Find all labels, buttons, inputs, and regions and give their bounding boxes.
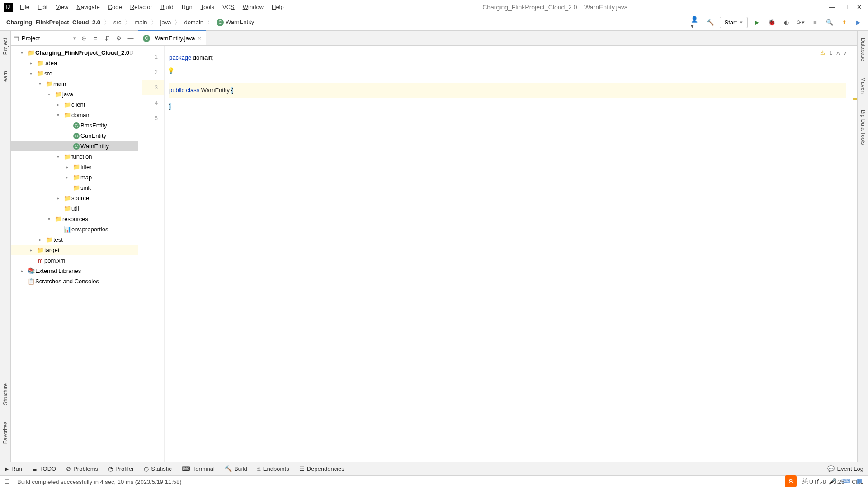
breadcrumb-root[interactable]: Charging_FlinkProject_Cloud_2.0 xyxy=(5,18,102,27)
ruler-warning-mark[interactable] xyxy=(853,98,857,100)
tree-item-resources[interactable]: ▾📁resources xyxy=(11,214,138,224)
menu-vcs[interactable]: VCS xyxy=(219,2,238,12)
hide-icon[interactable]: — xyxy=(126,33,135,42)
mic-icon[interactable]: 🎤 xyxy=(827,476,837,486)
bulb-icon[interactable]: 💡 xyxy=(167,67,175,74)
tool-project[interactable]: Project xyxy=(2,34,9,58)
menu-window[interactable]: Window xyxy=(239,2,267,12)
next-highlight-icon[interactable]: v xyxy=(844,49,847,56)
menu-refactor[interactable]: Refactor xyxy=(127,2,156,12)
coverage-icon[interactable]: ◐ xyxy=(781,18,791,28)
grid-icon[interactable]: ▦ xyxy=(854,476,864,486)
keyboard-icon[interactable]: ⌨ xyxy=(841,476,851,486)
close-icon[interactable]: ✕ xyxy=(857,4,862,10)
editor-body[interactable]: 1 2 3 4 5 💡 package domain; public class… xyxy=(138,46,857,462)
tree-item-domain[interactable]: ▾📁domain xyxy=(11,110,138,120)
breadcrumb-java[interactable]: java xyxy=(159,18,173,27)
profile-icon[interactable]: ⟳▾ xyxy=(796,18,806,28)
dropdown-icon[interactable]: ▾ xyxy=(73,35,76,42)
tree-item-client[interactable]: ▸📁client xyxy=(11,99,138,110)
tool-terminal[interactable]: ⌨Terminal xyxy=(182,465,215,472)
gear-icon[interactable]: ⚙ xyxy=(114,33,123,42)
menu-help[interactable]: Help xyxy=(268,2,288,12)
minimize-icon[interactable]: — xyxy=(829,4,835,10)
ime-icon[interactable]: S xyxy=(785,475,797,487)
collapse-icon[interactable]: ⇵ xyxy=(103,33,112,42)
menu-tools[interactable]: Tools xyxy=(197,2,218,12)
tool-run[interactable]: ▶Run xyxy=(5,465,22,472)
tree-item-main[interactable]: ▾📁main xyxy=(11,79,138,89)
tree-item--idea[interactable]: ▸📁.idea xyxy=(11,58,138,68)
tool-todo[interactable]: ≣TODO xyxy=(32,465,56,472)
debug-icon[interactable]: 🐞 xyxy=(767,18,777,28)
menu-code[interactable]: Code xyxy=(104,2,126,12)
tree-item-bmsentity[interactable]: CBmsEntity xyxy=(11,120,138,131)
tab-warnentity[interactable]: C WarnEntity.java × xyxy=(138,30,206,45)
breadcrumb-src[interactable]: src xyxy=(112,18,123,27)
tree-item-external-libraries[interactable]: ▸📚External Libraries xyxy=(11,266,138,276)
tree-item-gunentity[interactable]: CGunEntity xyxy=(11,131,138,141)
tool-profiler[interactable]: ◔Profiler xyxy=(108,465,134,472)
menu-edit[interactable]: Edit xyxy=(34,2,51,12)
menu-build[interactable]: Build xyxy=(157,2,177,12)
project-tree[interactable]: ▾📁Charging_FlinkProject_Cloud_2.0 D▸📁.id… xyxy=(11,46,138,462)
tree-item-scratches-and-consoles[interactable]: 📋Scratches and Consoles xyxy=(11,276,138,286)
tree-item-filter[interactable]: ▸📁filter xyxy=(11,162,138,172)
ime-lang[interactable]: 英 xyxy=(800,476,810,486)
tree-item-java[interactable]: ▾📁java xyxy=(11,89,138,99)
locate-icon[interactable]: ⊕ xyxy=(79,33,88,42)
tool-maven[interactable]: Maven xyxy=(860,74,866,97)
tool-database[interactable]: Database xyxy=(860,34,866,65)
code-content[interactable]: package domain; public class WarnEntity … xyxy=(165,46,851,134)
tool-endpoints[interactable]: ⎌Endpoints xyxy=(257,465,289,472)
tool-favorites[interactable]: Favorites xyxy=(2,418,9,447)
tree-item-target[interactable]: ▸📁target xyxy=(11,245,138,255)
tree-item-src[interactable]: ▾📁src xyxy=(11,68,138,79)
warning-icon[interactable]: ⚠ xyxy=(820,49,826,56)
tool-build[interactable]: 🔨Build xyxy=(225,465,247,472)
tree-item-sink[interactable]: 📁sink xyxy=(11,183,138,193)
run-icon[interactable]: ▶ xyxy=(752,18,762,28)
breadcrumb-main[interactable]: main xyxy=(132,18,149,27)
tab-label: WarnEntity.java xyxy=(155,35,195,42)
project-title: Project xyxy=(22,35,71,42)
title-bar: IJ File Edit View Navigate Code Refactor… xyxy=(0,0,868,14)
tree-item-charging-flinkproject-cloud-2-0[interactable]: ▾📁Charging_FlinkProject_Cloud_2.0 D xyxy=(11,47,138,58)
play-gradient-icon[interactable]: ▶ xyxy=(854,18,863,28)
tool-bigdata[interactable]: Big Data Tools xyxy=(860,106,866,148)
ime-symbol-icon[interactable]: °, xyxy=(814,476,824,486)
sync-icon[interactable]: ⬆ xyxy=(839,18,849,28)
menu-file[interactable]: File xyxy=(16,2,33,12)
maximize-icon[interactable]: ☐ xyxy=(843,4,849,10)
search-icon[interactable]: 🔍 xyxy=(825,18,835,28)
tool-structure[interactable]: Structure xyxy=(2,380,9,409)
tab-close-icon[interactable]: × xyxy=(198,35,202,42)
menu-run[interactable]: Run xyxy=(178,2,196,12)
tool-problems[interactable]: ⊘Problems xyxy=(66,465,98,472)
tree-item-util[interactable]: 📁util xyxy=(11,203,138,214)
tree-item-pom-xml[interactable]: mpom.xml xyxy=(11,255,138,266)
user-icon[interactable]: 👤▾ xyxy=(691,18,701,28)
status-panel-icon[interactable]: ☐ xyxy=(5,479,10,485)
hammer-icon[interactable]: 🔨 xyxy=(705,18,715,28)
run-config-select[interactable]: Start▾ xyxy=(720,17,748,28)
tree-item-function[interactable]: ▾📁function xyxy=(11,151,138,162)
expand-icon[interactable]: ≡ xyxy=(91,33,100,42)
breadcrumb-domain[interactable]: domain xyxy=(182,18,205,27)
tool-statistic[interactable]: ◷Statistic xyxy=(144,465,172,472)
tool-event-log[interactable]: 💬Event Log xyxy=(827,465,863,472)
prev-highlight-icon[interactable]: ʌ xyxy=(836,49,840,56)
menu-view[interactable]: View xyxy=(52,2,72,12)
tree-item-source[interactable]: ▸📁source xyxy=(11,193,138,203)
tree-item-map[interactable]: ▸📁map xyxy=(11,172,138,183)
tree-item-test[interactable]: ▸📁test xyxy=(11,235,138,245)
tree-item-warnentity[interactable]: CWarnEntity xyxy=(11,141,138,151)
stop-icon[interactable]: ■ xyxy=(810,18,820,28)
tool-dependencies[interactable]: ☷Dependencies xyxy=(299,465,344,472)
nav-bar: Charging_FlinkProject_Cloud_2.0 〉 src 〉 … xyxy=(0,14,868,31)
breadcrumb-leaf[interactable]: CWarnEntity xyxy=(215,18,256,27)
editor-ruler[interactable] xyxy=(851,46,857,462)
tool-learn[interactable]: Learn xyxy=(2,67,9,89)
tree-item-env-properties[interactable]: 📊env.properties xyxy=(11,224,138,235)
menu-navigate[interactable]: Navigate xyxy=(73,2,103,12)
